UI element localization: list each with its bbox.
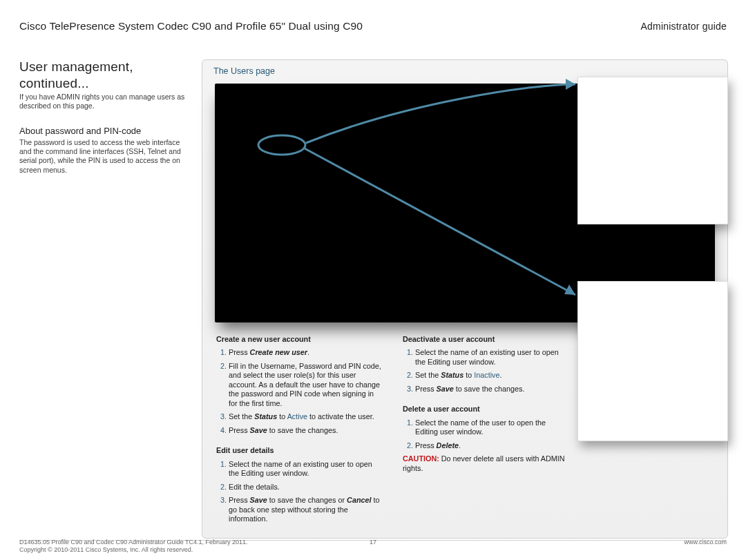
delete-steps: Select the name of the user to open the … [403, 418, 568, 450]
panel-title: The Users page [213, 66, 275, 77]
section-intro: If you have ADMIN rights you can manage … [19, 93, 186, 110]
create-step-2: Fill in the Username, Password and PIN c… [229, 362, 382, 408]
create-step-4: Press Save to save the changes. [229, 426, 382, 435]
guide-label: Administrator guide [641, 21, 727, 33]
create-step-3: Set the Status to Active to activate the… [229, 412, 382, 421]
edit-step-2: Edit the details. [229, 483, 382, 492]
footer-copyright: Copyright © 2010-2011 Cisco Systems, Inc… [19, 546, 248, 554]
deact-step-1: Select the name of an existing user to o… [415, 348, 568, 367]
create-step-1: Press Create new user. [229, 348, 382, 357]
section-title-line1: User management, [19, 59, 186, 75]
edit-steps: Select the name of an existing user to o… [216, 460, 382, 524]
delete-heading: Delete a user account [403, 405, 568, 414]
page-header: Cisco TelePresence System Codec C90 and … [19, 19, 727, 32]
instructions-area: Create a new user account Press Create n… [216, 335, 714, 528]
product-title: Cisco TelePresence System Codec C90 and … [19, 19, 363, 32]
users-page-panel: The Users page Create a new user account… [202, 59, 728, 539]
footer-left: D14635.05 Profile C90 and Codec C90 Admi… [19, 539, 248, 554]
instructions-col-1: Create a new user account Press Create n… [216, 335, 382, 528]
about-heading: About password and PIN-code [19, 126, 186, 137]
footer-url: www.cisco.com [684, 539, 727, 554]
create-steps: Press Create new user. Fill in the Usern… [216, 348, 382, 435]
delete-step-1: Select the name of the user to open the … [415, 418, 568, 437]
section-title-line2: continued... [19, 76, 186, 91]
create-heading: Create a new user account [216, 335, 382, 344]
footer-docid: D14635.05 Profile C90 and Codec C90 Admi… [19, 539, 248, 546]
deact-step-2: Set the Status to Inactive. [415, 371, 568, 380]
instructions-col-2: Deactivate a user account Select the nam… [403, 335, 568, 528]
left-column: User management, continued... If you hav… [19, 59, 186, 175]
page-footer: D14635.05 Profile C90 and Codec C90 Admi… [19, 539, 727, 554]
caution-note: CAUTION: Do never delete all users with … [403, 454, 568, 473]
edit-step-1: Select the name of an existing user to o… [229, 460, 382, 479]
edit-heading: Edit user details [216, 446, 382, 455]
deactivate-steps: Select the name of an existing user to o… [403, 348, 568, 394]
edit-step-3: Press Save to save the changes or Cancel… [229, 496, 382, 523]
footer-page-number: 17 [370, 539, 376, 546]
delete-step-2: Press Delete. [415, 441, 568, 450]
deact-step-3: Press Save to save the changes. [415, 385, 568, 394]
about-body: The password is used to access the web i… [19, 138, 186, 175]
deactivate-heading: Deactivate a user account [403, 335, 568, 344]
callout-box-1 [577, 77, 728, 224]
